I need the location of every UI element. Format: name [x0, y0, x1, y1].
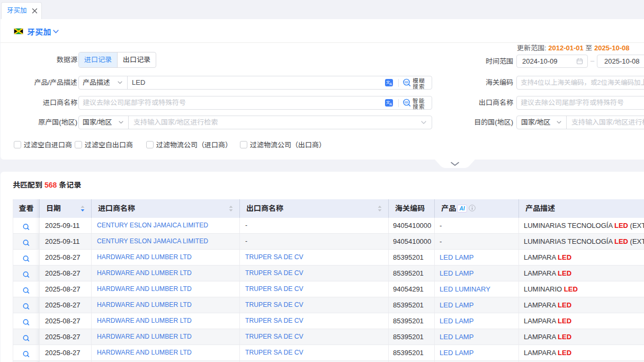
svg-text:A: A: [390, 82, 392, 86]
svg-text:A: A: [390, 102, 392, 106]
